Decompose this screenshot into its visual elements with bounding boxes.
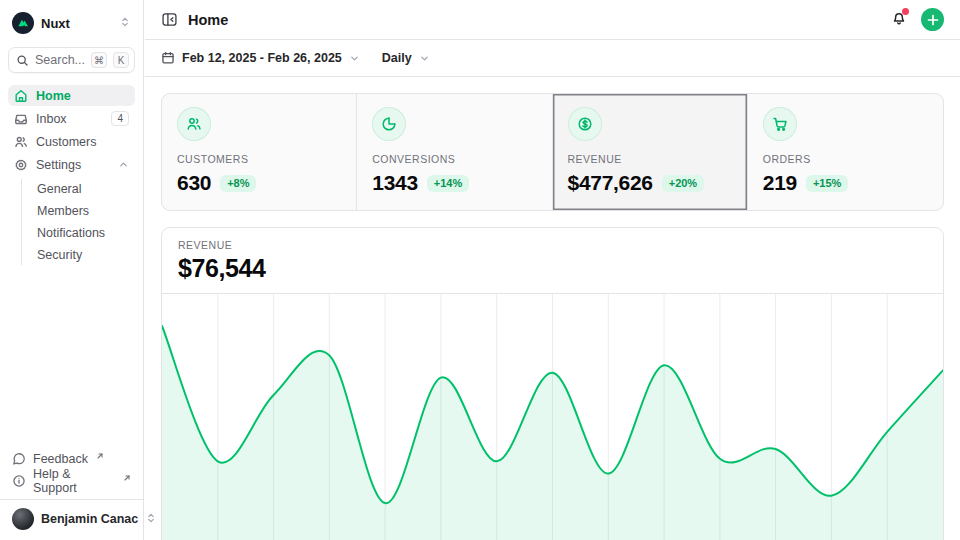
stat-label: CUSTOMERS	[177, 153, 341, 165]
stat-card-conversions[interactable]: CONVERSIONS 1343 +14%	[357, 94, 552, 210]
stat-label: CONVERSIONS	[372, 153, 536, 165]
sidebar-item-settings[interactable]: Settings	[8, 154, 135, 175]
users-icon	[14, 135, 28, 149]
sidebar-item-label: Settings	[36, 158, 81, 172]
sidebar-subitem-members[interactable]: Members	[22, 201, 135, 221]
feedback-label: Feedback	[33, 452, 88, 466]
sidebar-item-label: Home	[36, 89, 71, 103]
main-area: Home Feb 12, 2025 - Feb 26, 2025 Daily	[145, 0, 960, 540]
sidebar-item-label: Inbox	[36, 112, 67, 126]
granularity-select[interactable]: Daily	[382, 51, 430, 65]
workspace-switcher[interactable]: Nuxt	[8, 8, 135, 38]
date-range-label: Feb 12, 2025 - Feb 26, 2025	[182, 51, 342, 65]
collapse-sidebar-button[interactable]	[161, 11, 178, 28]
page-header: Home	[145, 0, 960, 40]
stat-label: ORDERS	[763, 153, 928, 165]
stat-value: 219	[763, 171, 797, 195]
chart-metric-value: $76,544	[178, 254, 927, 283]
unread-dot	[902, 8, 909, 15]
external-link-icon	[123, 471, 131, 485]
sidebar-nav: Home Inbox 4 Customers Sett	[8, 85, 135, 265]
stat-value: $477,626	[568, 171, 653, 195]
sidebar-item-label: Customers	[36, 135, 96, 149]
stat-card-orders[interactable]: ORDERS 219 +15%	[748, 94, 943, 210]
user-name: Benjamin Canac	[41, 512, 138, 526]
plus-icon	[927, 14, 939, 26]
chat-bubble-icon	[12, 452, 26, 466]
stat-card-revenue[interactable]: REVENUE $477,626 +20%	[553, 94, 748, 210]
subitem-label: General	[37, 182, 81, 196]
sidebar-subitem-notifications[interactable]: Notifications	[22, 223, 135, 243]
avatar	[12, 508, 34, 530]
cart-icon	[763, 107, 797, 141]
revenue-chart-card: REVENUE $76,544 14 Feb16 Feb18 Feb20 Feb…	[161, 227, 944, 540]
sidebar-item-home[interactable]: Home	[8, 85, 135, 106]
kbd-k: K	[113, 52, 129, 68]
workspace-name: Nuxt	[41, 16, 112, 31]
stat-value: 1343	[372, 171, 418, 195]
subitem-label: Members	[37, 204, 89, 218]
kbd-meta: ⌘	[91, 52, 107, 68]
stat-card-customers[interactable]: CUSTOMERS 630 +8%	[162, 94, 357, 210]
users-icon	[177, 107, 211, 141]
settings-subnav: General Members Notifications Security	[21, 179, 135, 265]
notifications-button[interactable]	[891, 10, 907, 30]
stat-change-badge: +14%	[427, 175, 469, 192]
revenue-area-chart[interactable]	[162, 294, 943, 540]
user-menu[interactable]: Benjamin Canac	[8, 500, 135, 532]
subitem-label: Security	[37, 248, 82, 262]
help-support-label: Help & Support	[33, 467, 115, 495]
home-icon	[14, 89, 28, 103]
chevron-up-down-icon	[119, 14, 131, 32]
stat-change-badge: +8%	[220, 175, 256, 192]
chart-header: REVENUE $76,544	[162, 228, 943, 293]
gear-icon	[14, 158, 28, 172]
search-input[interactable]: Search... ⌘ K	[8, 47, 135, 73]
sidebar: Nuxt Search... ⌘ K Home	[0, 0, 144, 540]
dashboard-app: Nuxt Search... ⌘ K Home	[0, 0, 960, 540]
subitem-label: Notifications	[37, 226, 105, 240]
sidebar-item-customers[interactable]: Customers	[8, 131, 135, 152]
inbox-icon	[14, 112, 28, 126]
external-link-icon	[96, 449, 104, 463]
nuxt-logo-icon	[12, 12, 34, 34]
info-circle-icon	[12, 474, 26, 488]
inbox-count-badge: 4	[111, 111, 129, 126]
calendar-icon	[161, 51, 175, 65]
circle-dollar-icon	[568, 107, 602, 141]
pie-chart-icon	[372, 107, 406, 141]
stat-label: REVENUE	[568, 153, 732, 165]
sidebar-subitem-general[interactable]: General	[22, 179, 135, 199]
date-range-picker[interactable]: Feb 12, 2025 - Feb 26, 2025	[161, 51, 360, 65]
page-title: Home	[188, 12, 891, 28]
search-icon	[16, 54, 29, 67]
stat-value: 630	[177, 171, 211, 195]
granularity-label: Daily	[382, 51, 412, 65]
stat-change-badge: +20%	[662, 175, 704, 192]
chart-metric-label: REVENUE	[178, 239, 927, 251]
chevron-up-icon	[118, 159, 129, 170]
chevron-down-icon	[349, 53, 360, 64]
dashboard-content: CUSTOMERS 630 +8% CONVERSIONS 1343 +14%	[145, 77, 960, 540]
search-placeholder: Search...	[35, 53, 85, 67]
stats-cards: CUSTOMERS 630 +8% CONVERSIONS 1343 +14%	[161, 93, 944, 211]
stat-change-badge: +15%	[806, 175, 848, 192]
sidebar-item-inbox[interactable]: Inbox 4	[8, 108, 135, 129]
sidebar-subitem-security[interactable]: Security	[22, 245, 135, 265]
add-button[interactable]	[921, 8, 944, 31]
help-support-link[interactable]: Help & Support	[8, 470, 135, 492]
filters-toolbar: Feb 12, 2025 - Feb 26, 2025 Daily	[145, 40, 960, 77]
chevron-down-icon	[419, 53, 430, 64]
